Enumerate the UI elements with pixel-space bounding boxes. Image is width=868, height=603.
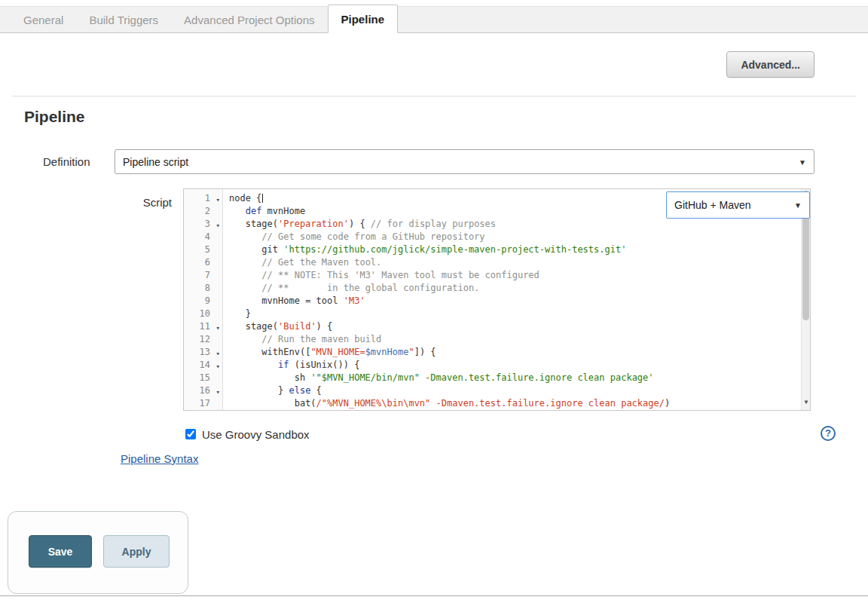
code-line[interactable]: // Run the maven build (229, 333, 799, 346)
gutter-line: 3▾ (184, 218, 222, 231)
apply-button[interactable]: Apply (103, 535, 170, 568)
tab-advanced-project-options[interactable]: Advanced Project Options (171, 7, 327, 32)
code-line[interactable]: } (229, 308, 799, 320)
gutter-line: 10 (184, 308, 222, 320)
tab-build-triggers[interactable]: Build Triggers (76, 7, 171, 32)
tab-pipeline[interactable]: Pipeline (328, 5, 399, 33)
pipeline-syntax-link[interactable]: Pipeline Syntax (121, 452, 198, 465)
help-icon[interactable]: ? (821, 426, 836, 441)
gutter-line: 7 (184, 269, 222, 282)
editor-gutter: 1▾23▾4567891011▾1213▾14▾1516▾17 (184, 189, 223, 410)
code-line[interactable]: // Get some code from a GitHub repositor… (229, 231, 799, 243)
script-label: Script (0, 188, 172, 411)
editor-code[interactable]: node { def mvnHome stage('Preparation') … (223, 189, 810, 410)
save-panel: Save Apply (8, 511, 188, 594)
link-row: Pipeline Syntax (121, 452, 868, 466)
page-title: Pipeline (24, 108, 868, 126)
code-line[interactable]: mvnHome = tool 'M3' (229, 295, 799, 308)
gutter-line: 2 (184, 205, 222, 218)
gutter-line: 1▾ (184, 192, 222, 205)
editor-scrollbar[interactable]: ▼ (801, 189, 810, 410)
code-line[interactable]: // ** in the global configuration. (229, 282, 799, 295)
tab-bar: GeneralBuild TriggersAdvanced Project Op… (0, 6, 868, 33)
code-line[interactable]: withEnv(["MVN_HOME=$mvnHome"]) { (229, 346, 799, 359)
code-line[interactable]: // Get the Maven tool. (229, 256, 799, 269)
save-button[interactable]: Save (29, 535, 92, 568)
code-line[interactable]: stage('Preparation') { // for display pu… (229, 218, 799, 231)
gutter-line: 16▾ (184, 384, 222, 397)
page-bottom-border (0, 595, 868, 596)
code-line[interactable]: bat(/"%MVN_HOME%\bin\mvn" -Dmaven.test.f… (229, 397, 799, 410)
groovy-sandbox-label[interactable]: Use Groovy Sandbox (202, 428, 310, 441)
definition-row: Definition Pipeline script ▼ (43, 149, 815, 174)
code-line[interactable]: if (isUnix()) { (229, 359, 799, 372)
code-line[interactable]: sh '"$MVN_HOME/bin/mvn" -Dmaven.test.fai… (229, 372, 799, 384)
code-line[interactable]: } else { (229, 384, 799, 397)
advanced-button[interactable]: Advanced... (726, 51, 815, 78)
script-row: Script 1▾23▾4567891011▾1213▾14▾1516▾17 n… (0, 188, 868, 411)
gutter-line: 13▾ (184, 346, 222, 359)
advanced-row: Advanced... (0, 33, 868, 96)
chevron-down-icon: ▼ (794, 199, 802, 212)
code-line[interactable]: // ** NOTE: This 'M3' Maven tool must be… (229, 269, 799, 282)
sandbox-row: Use Groovy Sandbox ? (0, 427, 868, 442)
code-line[interactable]: git 'https://github.com/jglick/simple-ma… (229, 243, 799, 256)
gutter-line: 14▾ (184, 359, 222, 372)
script-editor[interactable]: 1▾23▾4567891011▾1213▾14▾1516▾17 node { d… (183, 188, 811, 411)
scroll-down-icon[interactable]: ▼ (802, 396, 811, 409)
gutter-line: 17 (184, 397, 222, 410)
groovy-sandbox-checkbox[interactable] (185, 429, 196, 439)
gutter-line: 15 (184, 372, 222, 384)
gutter-line: 5 (184, 243, 222, 256)
definition-select[interactable]: Pipeline script ▼ (115, 149, 815, 174)
gutter-line: 12 (184, 333, 222, 346)
definition-select-value: Pipeline script (123, 156, 188, 168)
gutter-line: 8 (184, 282, 222, 295)
section-divider (12, 96, 856, 96)
gutter-line: 6 (184, 256, 222, 269)
text-cursor (262, 194, 263, 203)
gutter-line: 4 (184, 231, 222, 243)
code-line[interactable]: stage('Build') { (229, 320, 799, 333)
definition-label: Definition (43, 155, 115, 168)
gutter-line: 11▾ (184, 320, 222, 333)
sample-pipeline-select[interactable]: GitHub + Maven ▼ (666, 191, 810, 219)
gutter-line: 9 (184, 295, 222, 308)
tab-general[interactable]: General (11, 7, 76, 32)
sample-pipeline-value: GitHub + Maven (674, 199, 751, 212)
chevron-down-icon: ▼ (799, 158, 806, 166)
